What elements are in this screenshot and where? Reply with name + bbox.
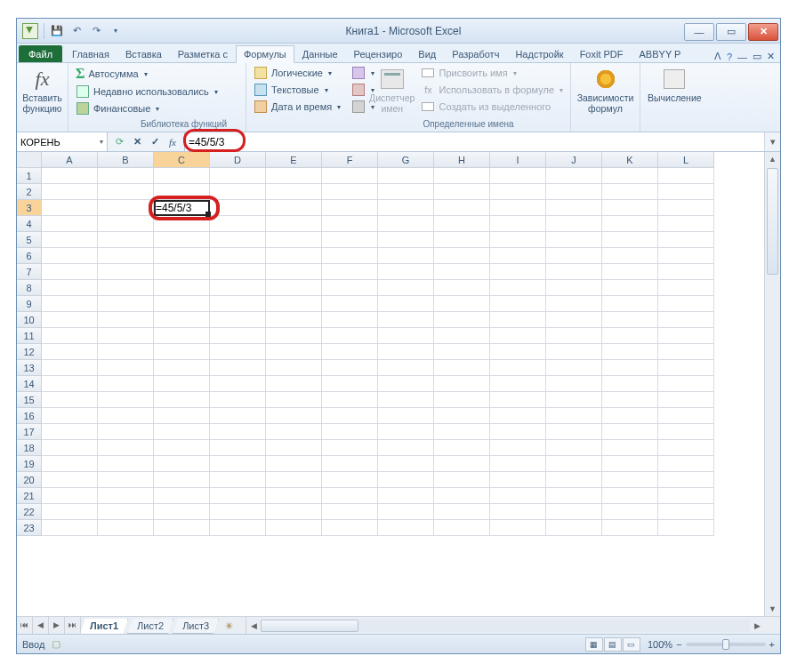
- cell-G14[interactable]: [378, 376, 434, 392]
- doc-close-icon[interactable]: ✕: [767, 51, 775, 62]
- cell-D14[interactable]: [210, 376, 266, 392]
- cell-J11[interactable]: [546, 328, 602, 344]
- cell-J18[interactable]: [546, 440, 602, 456]
- cell-G1[interactable]: [378, 168, 434, 184]
- cell-G20[interactable]: [378, 472, 434, 488]
- cell-F2[interactable]: [322, 184, 378, 200]
- cell-L9[interactable]: [658, 296, 714, 312]
- cell-J1[interactable]: [546, 168, 602, 184]
- cell-L12[interactable]: [658, 344, 714, 360]
- cell-A7[interactable]: [42, 264, 98, 280]
- sheet-first-icon[interactable]: ⏮: [17, 617, 33, 634]
- cell-G10[interactable]: [378, 312, 434, 328]
- minimize-ribbon-icon[interactable]: ᐱ: [714, 51, 721, 62]
- cell-K8[interactable]: [602, 280, 658, 296]
- cell-G6[interactable]: [378, 248, 434, 264]
- logical-button[interactable]: Логические: [250, 65, 344, 81]
- tab-home[interactable]: Главная: [64, 45, 117, 62]
- column-header-H[interactable]: H: [434, 152, 490, 168]
- cell-D22[interactable]: [210, 504, 266, 520]
- row-header-16[interactable]: 16: [17, 408, 42, 424]
- cell-H13[interactable]: [434, 360, 490, 376]
- cell-H14[interactable]: [434, 376, 490, 392]
- cell-B21[interactable]: [98, 488, 154, 504]
- cell-J6[interactable]: [546, 248, 602, 264]
- sheet-prev-icon[interactable]: ◀: [33, 617, 49, 634]
- cell-D16[interactable]: [210, 408, 266, 424]
- cell-E22[interactable]: [266, 504, 322, 520]
- cell-I7[interactable]: [490, 264, 546, 280]
- cell-J14[interactable]: [546, 376, 602, 392]
- row-header-21[interactable]: 21: [17, 488, 42, 504]
- cell-C23[interactable]: [154, 520, 210, 536]
- cell-H6[interactable]: [434, 248, 490, 264]
- define-name-button[interactable]: Присвоить имя: [417, 65, 567, 81]
- cell-K22[interactable]: [602, 504, 658, 520]
- tab-formulas[interactable]: Формулы: [236, 45, 294, 63]
- cell-A10[interactable]: [42, 312, 98, 328]
- cell-E6[interactable]: [266, 248, 322, 264]
- cell-A12[interactable]: [42, 344, 98, 360]
- name-box[interactable]: КОРЕНЬ ▾: [17, 132, 108, 151]
- cell-H3[interactable]: [434, 200, 490, 216]
- cell-A4[interactable]: [42, 216, 98, 232]
- row-header-11[interactable]: 11: [17, 328, 42, 344]
- cell-H4[interactable]: [434, 216, 490, 232]
- cell-C13[interactable]: [154, 360, 210, 376]
- cell-G3[interactable]: [378, 200, 434, 216]
- sheet-tab-2[interactable]: Лист2: [127, 619, 173, 634]
- cell-C10[interactable]: [154, 312, 210, 328]
- cell-F8[interactable]: [322, 280, 378, 296]
- cell-A16[interactable]: [42, 408, 98, 424]
- cell-K17[interactable]: [602, 424, 658, 440]
- cell-F16[interactable]: [322, 408, 378, 424]
- cell-B18[interactable]: [98, 440, 154, 456]
- horizontal-scrollbar[interactable]: ◀ ▶: [246, 617, 780, 634]
- cell-I6[interactable]: [490, 248, 546, 264]
- cell-L3[interactable]: [658, 200, 714, 216]
- datetime-button[interactable]: Дата и время: [250, 99, 344, 115]
- cell-F9[interactable]: [322, 296, 378, 312]
- expand-formula-bar-icon[interactable]: ▾: [764, 132, 780, 151]
- minimize-button[interactable]: —: [684, 23, 714, 41]
- cell-G8[interactable]: [378, 280, 434, 296]
- cell-K3[interactable]: [602, 200, 658, 216]
- cell-L1[interactable]: [658, 168, 714, 184]
- cell-B2[interactable]: [98, 184, 154, 200]
- cell-I1[interactable]: [490, 168, 546, 184]
- cell-B19[interactable]: [98, 456, 154, 472]
- cell-D9[interactable]: [210, 296, 266, 312]
- cell-E13[interactable]: [266, 360, 322, 376]
- cell-K1[interactable]: [602, 168, 658, 184]
- cell-J17[interactable]: [546, 424, 602, 440]
- cell-L6[interactable]: [658, 248, 714, 264]
- text-button[interactable]: Текстовые: [250, 82, 344, 98]
- tab-file[interactable]: Файл: [19, 45, 62, 62]
- cell-F20[interactable]: [322, 472, 378, 488]
- cell-E12[interactable]: [266, 344, 322, 360]
- cell-D4[interactable]: [210, 216, 266, 232]
- cell-I13[interactable]: [490, 360, 546, 376]
- cell-J19[interactable]: [546, 456, 602, 472]
- column-header-I[interactable]: I: [490, 152, 546, 168]
- cell-G21[interactable]: [378, 488, 434, 504]
- cell-L17[interactable]: [658, 424, 714, 440]
- row-header-4[interactable]: 4: [17, 216, 42, 232]
- cell-D19[interactable]: [210, 456, 266, 472]
- column-header-F[interactable]: F: [322, 152, 378, 168]
- cell-B13[interactable]: [98, 360, 154, 376]
- scroll-left-icon[interactable]: ◀: [246, 621, 261, 630]
- zoom-out-button[interactable]: −: [676, 639, 681, 650]
- cell-D1[interactable]: [210, 168, 266, 184]
- cell-H9[interactable]: [434, 296, 490, 312]
- cell-F19[interactable]: [322, 456, 378, 472]
- row-header-19[interactable]: 19: [17, 456, 42, 472]
- cell-A20[interactable]: [42, 472, 98, 488]
- column-header-E[interactable]: E: [266, 152, 322, 168]
- cell-E18[interactable]: [266, 440, 322, 456]
- cell-G5[interactable]: [378, 232, 434, 248]
- cell-D11[interactable]: [210, 328, 266, 344]
- tab-review[interactable]: Рецензиро: [346, 45, 411, 62]
- cell-F18[interactable]: [322, 440, 378, 456]
- column-header-D[interactable]: D: [210, 152, 266, 168]
